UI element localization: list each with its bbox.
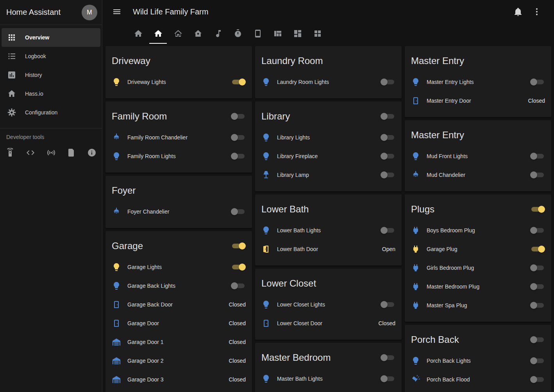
- entity-row-master-spa-plug[interactable]: Master Spa Plug: [405, 296, 551, 315]
- entity-toggle[interactable]: [381, 171, 395, 179]
- entity-row-mud-front-lights[interactable]: Mud Front Lights: [405, 147, 551, 166]
- entity-name: Foyer Chandelier: [127, 208, 231, 215]
- entity-toggle[interactable]: [381, 134, 395, 141]
- view-grid-icon: [313, 29, 322, 38]
- entity-toggle[interactable]: [231, 152, 246, 160]
- entity-row-master-entry-lights[interactable]: Master Entry Lights: [405, 73, 551, 91]
- entity-row-garage-door-3[interactable]: Garage Door 3 Closed: [105, 370, 252, 389]
- entity-row-family-room-lights[interactable]: Family Room Lights: [105, 147, 252, 166]
- sidebar-item-logbook[interactable]: Logbook: [2, 47, 100, 66]
- entity-row-lower-closet-door[interactable]: Lower Closet Door Closed: [255, 314, 402, 333]
- entity-row-laundry-room-lights[interactable]: Laundry Room Lights: [255, 73, 402, 91]
- entity-toggle[interactable]: [381, 226, 395, 234]
- entity-toggle[interactable]: [530, 171, 545, 179]
- entity-toggle[interactable]: [530, 245, 545, 253]
- entity-row-lower-closet-lights[interactable]: Lower Closet Lights: [255, 295, 402, 314]
- plug-icon: [411, 282, 420, 291]
- notifications-icon[interactable]: [513, 7, 523, 16]
- entity-row-foyer-chandelier[interactable]: Foyer Chandelier: [105, 202, 252, 221]
- dev-tool-info-icon[interactable]: [87, 148, 97, 157]
- tab-home-assistant[interactable]: [188, 23, 208, 44]
- entity-toggle[interactable]: [381, 152, 395, 160]
- card-toggle[interactable]: [381, 112, 395, 120]
- entity-toggle[interactable]: [381, 301, 395, 308]
- lamp-icon: [261, 170, 271, 180]
- sidebar-item-configuration[interactable]: Configuration: [2, 103, 100, 122]
- menu-icon[interactable]: [112, 7, 122, 16]
- entity-row-mud-chandelier[interactable]: Mud Chandelier: [405, 166, 551, 184]
- tab-cellphone[interactable]: [248, 23, 268, 44]
- entity-row-library-lights[interactable]: Library Lights: [255, 128, 402, 147]
- entity-toggle[interactable]: [231, 263, 246, 271]
- dev-tool-events-icon[interactable]: [46, 148, 56, 157]
- entity-toggle[interactable]: [530, 283, 545, 290]
- sidebar-menu: OverviewLogbookHistoryHass.ioConfigurati…: [0, 25, 102, 122]
- entity-rows: Boys Bedroom Plug Garage Plug Girls Bedr…: [405, 221, 551, 315]
- entity-toggle[interactable]: [530, 152, 545, 160]
- entity-row-master-bath-lights[interactable]: Master Bath Lights: [255, 369, 402, 388]
- entity-row-garage-back-lights[interactable]: Garage Back Lights: [105, 276, 252, 295]
- entity-toggle[interactable]: [530, 264, 545, 272]
- door-icon: [411, 96, 420, 105]
- entity-row-garage-door-1[interactable]: Garage Door 1 Closed: [105, 333, 252, 351]
- entity-row-master-entry-door[interactable]: Master Entry Door Closed: [405, 91, 551, 110]
- entity-row-garage-door-2[interactable]: Garage Door 2 Closed: [105, 351, 252, 370]
- entity-toggle[interactable]: [231, 282, 246, 290]
- bulb-icon: [411, 77, 420, 87]
- card-toggle[interactable]: [231, 112, 246, 120]
- entity-toggle[interactable]: [381, 78, 395, 86]
- card-toggle[interactable]: [231, 242, 246, 250]
- dev-tool-states-icon[interactable]: [26, 148, 35, 157]
- card-toggle[interactable]: [530, 205, 545, 213]
- tab-home[interactable]: [148, 23, 168, 44]
- entity-name: Master Entry Lights: [427, 79, 530, 85]
- tab-view-grid[interactable]: [307, 23, 327, 44]
- entity-toggle[interactable]: [530, 376, 545, 383]
- entity-row-porch-back-flood[interactable]: Porch Back Flood: [405, 370, 551, 389]
- user-avatar[interactable]: M: [82, 5, 97, 20]
- plug-icon: [411, 263, 420, 273]
- entity-toggle[interactable]: [381, 375, 395, 383]
- entity-row-library-fireplace[interactable]: Library Fireplace: [255, 147, 402, 166]
- entity-toggle[interactable]: [530, 301, 545, 309]
- entity-toggle[interactable]: [530, 226, 545, 234]
- sidebar-item-history[interactable]: History: [2, 66, 100, 84]
- tab-music-note[interactable]: [208, 23, 228, 44]
- entity-name: Lower Bath Door: [277, 246, 382, 252]
- dev-tool-templates-icon[interactable]: [67, 148, 76, 157]
- entity-toggle[interactable]: [231, 78, 246, 86]
- tab-view-dashboard[interactable]: [288, 23, 307, 44]
- entity-row-boys-bedroom-plug[interactable]: Boys Bedroom Plug: [405, 221, 551, 240]
- entity-row-garage-plug[interactable]: Garage Plug: [405, 240, 551, 258]
- card-toggle[interactable]: [530, 336, 545, 344]
- card-toggle[interactable]: [381, 354, 395, 362]
- tab-view-quilt[interactable]: [268, 23, 288, 44]
- garage-icon: [112, 356, 121, 365]
- tab-home-variant[interactable]: [128, 23, 148, 44]
- entity-row-master-bedroom-plug[interactable]: Master Bedroom Plug: [405, 277, 551, 296]
- entity-toggle[interactable]: [530, 78, 545, 86]
- entity-row-garage-door[interactable]: Garage Door Closed: [105, 314, 252, 333]
- entity-toggle[interactable]: [231, 134, 246, 141]
- entity-row-garage-back-door[interactable]: Garage Back Door Closed: [105, 295, 252, 314]
- entity-toggle[interactable]: [530, 357, 545, 365]
- tab-timer[interactable]: [228, 23, 248, 44]
- bulb-icon: [411, 356, 420, 365]
- entity-row-family-room-chandelier[interactable]: Family Room Chandelier: [105, 128, 252, 147]
- sidebar-item-hass-io[interactable]: Hass.io: [2, 84, 100, 103]
- overflow-menu-icon[interactable]: [532, 7, 541, 16]
- chandelier-icon: [112, 207, 121, 216]
- bulb-icon: [112, 77, 121, 87]
- entity-toggle[interactable]: [231, 208, 246, 216]
- tab-home-outline[interactable]: [168, 23, 188, 44]
- dev-tool-services-icon[interactable]: [5, 148, 15, 157]
- entity-row-library-lamp[interactable]: Library Lamp: [255, 166, 402, 184]
- entity-row-driveway-lights[interactable]: Driveway Lights: [105, 73, 252, 91]
- sidebar-item-overview[interactable]: Overview: [2, 28, 100, 47]
- entity-row-lower-bath-door[interactable]: Lower Bath Door Open: [255, 240, 402, 258]
- card-driveway: Driveway Driveway Lights: [105, 46, 252, 98]
- entity-row-girls-bedroom-plug[interactable]: Girls Bedroom Plug: [405, 258, 551, 277]
- entity-row-lower-bath-lights[interactable]: Lower Bath Lights: [255, 221, 402, 240]
- entity-row-porch-back-lights[interactable]: Porch Back Lights: [405, 351, 551, 370]
- entity-row-garage-lights[interactable]: Garage Lights: [105, 258, 252, 276]
